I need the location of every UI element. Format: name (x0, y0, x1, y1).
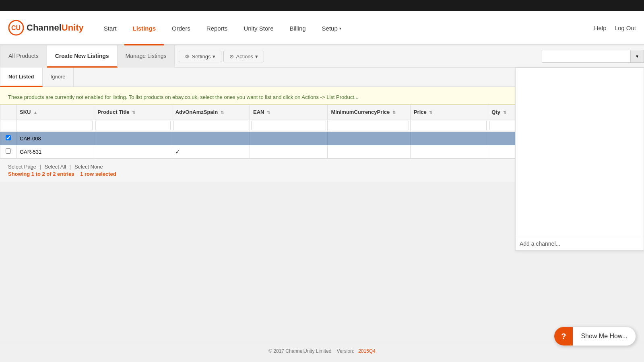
sort-icon-ean: ⇅ (267, 110, 270, 115)
pagination-info: Showing 1 to 2 of 2 entries 1 row select… (8, 171, 116, 177)
header: CU ChannelUnity Start Listings Orders Re… (0, 11, 644, 45)
show-me-how-label: Show Me How... (573, 333, 636, 340)
settings-icon: ⚙ (185, 53, 190, 60)
pagination-left: Select Page | Select All | Select None S… (8, 164, 116, 177)
tabs-actions: ⚙ Settings ▾ ⊙ Actions ▾ (179, 51, 264, 62)
row-adv: ✓ (172, 145, 250, 158)
row-product-title (94, 145, 172, 158)
row-checkbox[interactable] (0, 132, 17, 145)
select-all-link[interactable]: Select All (45, 164, 66, 170)
sort-icon-price: ⇅ (429, 110, 432, 115)
pagination-controls: Select Page | Select All | Select None (8, 164, 116, 170)
actions-button[interactable]: ⊙ Actions ▾ (223, 51, 264, 62)
version-label: Version: (337, 348, 354, 354)
version-value: 2015Q4 (358, 348, 376, 354)
sort-icon-qty: ⇅ (503, 110, 506, 115)
th-adv-on-amz-spain[interactable]: AdvOnAmzSpain ⇅ (172, 105, 250, 119)
filter-checkbox (0, 119, 17, 132)
row-mcp (328, 132, 411, 145)
th-checkbox (0, 105, 17, 119)
show-me-how-button[interactable]: ? Show Me How... (554, 327, 636, 346)
sort-icon-adv: ⇅ (221, 110, 224, 115)
filter-sku-input[interactable] (18, 121, 93, 130)
search-area: ▾ (542, 45, 644, 68)
filter-adv (172, 119, 250, 132)
actions-icon: ⊙ (229, 53, 234, 60)
footer: © 2017 ChannelUnity Limited Version: 201… (0, 342, 644, 360)
row-mcp (328, 145, 411, 158)
row-price (410, 132, 488, 145)
tab-manage-listings[interactable]: Manage Listings (118, 45, 175, 68)
setup-dropdown-arrow: ▾ (339, 26, 341, 31)
main-nav: Start Listings Orders Reports Unity Stor… (96, 11, 594, 44)
th-sku[interactable]: SKU ▲ (17, 105, 94, 119)
row-adv (172, 132, 250, 145)
tabs-row-wrapper: All Products Create New Listings Manage … (0, 45, 644, 68)
help-link[interactable]: Help (594, 25, 607, 31)
tab-all-products[interactable]: All Products (0, 45, 47, 68)
filter-title-input[interactable] (95, 121, 170, 130)
filter-price-input[interactable] (412, 121, 487, 130)
filter-mcp (328, 119, 411, 132)
svg-text:CU: CU (11, 25, 21, 31)
tab-create-new-listings[interactable]: Create New Listings (47, 45, 118, 68)
logout-link[interactable]: Log Out (615, 25, 636, 31)
subtab-not-listed[interactable]: Not Listed (0, 68, 43, 87)
search-input[interactable] (542, 50, 630, 63)
filter-mcp-input[interactable] (329, 121, 409, 130)
channel-dropdown-inner (516, 68, 644, 237)
sort-icon-sku: ▲ (33, 110, 37, 115)
top-bar (0, 0, 644, 11)
subtab-ignore[interactable]: Ignore (43, 68, 74, 87)
nav-item-setup[interactable]: Setup ▾ (314, 12, 349, 45)
row-product-title (94, 132, 172, 145)
th-minimum-currency-price[interactable]: MinimumCurrencyPrice ⇅ (328, 105, 411, 119)
nav-item-reports[interactable]: Reports (198, 12, 236, 45)
row-ean (250, 132, 328, 145)
row-ean (250, 145, 328, 158)
row-sku: GAR-531 (17, 145, 94, 158)
main-content: All Products Create New Listings Manage … (0, 45, 644, 342)
select-page-link[interactable]: Select Page (8, 164, 36, 170)
nav-item-start[interactable]: Start (96, 12, 125, 45)
row-sku: CAB-008 (17, 132, 94, 145)
tabs-row: All Products Create New Listings Manage … (0, 45, 644, 68)
select-none-link[interactable]: Select None (74, 164, 103, 170)
add-channel-option[interactable]: Add a channel... (516, 237, 644, 250)
show-me-how-icon: ? (554, 327, 573, 346)
logo-text: ChannelUnity (27, 23, 84, 33)
row-selected-text: 1 row selected (80, 171, 116, 177)
filter-adv-input[interactable] (173, 121, 248, 130)
copyright-text: © 2017 ChannelUnity Limited (268, 348, 331, 354)
actions-dropdown-arrow: ▾ (255, 53, 258, 60)
nav-item-orders[interactable]: Orders (164, 12, 198, 45)
nav-right: Help Log Out (594, 25, 636, 31)
row-price (410, 145, 488, 158)
logo-unity: Unity (62, 23, 84, 33)
th-product-title[interactable]: Product Title ⇅ (94, 105, 172, 119)
logo-channel: Channel (27, 23, 62, 33)
nav-item-unity-store[interactable]: Unity Store (235, 12, 281, 45)
settings-dropdown-arrow: ▾ (213, 53, 215, 60)
settings-button[interactable]: ⚙ Settings ▾ (179, 51, 221, 62)
channel-dropdown: Add a channel... (515, 68, 644, 251)
nav-item-billing[interactable]: Billing (282, 12, 314, 45)
search-dropdown-button[interactable]: ▾ (630, 50, 644, 63)
showing-text: Showing 1 to 2 of 2 entries (8, 171, 74, 177)
filter-sku (17, 119, 94, 132)
filter-product-title (94, 119, 172, 132)
sort-icon-product-title: ⇅ (132, 110, 135, 115)
filter-ean (250, 119, 328, 132)
filter-ean-input[interactable] (251, 121, 326, 130)
logo[interactable]: CU ChannelUnity (8, 20, 84, 36)
th-ean[interactable]: EAN ⇅ (250, 105, 328, 119)
row-checkbox[interactable] (0, 145, 17, 158)
sort-icon-mcp: ⇅ (392, 110, 396, 115)
th-price[interactable]: Price ⇅ (410, 105, 488, 119)
filter-price (410, 119, 488, 132)
nav-item-listings[interactable]: Listings (124, 12, 164, 45)
